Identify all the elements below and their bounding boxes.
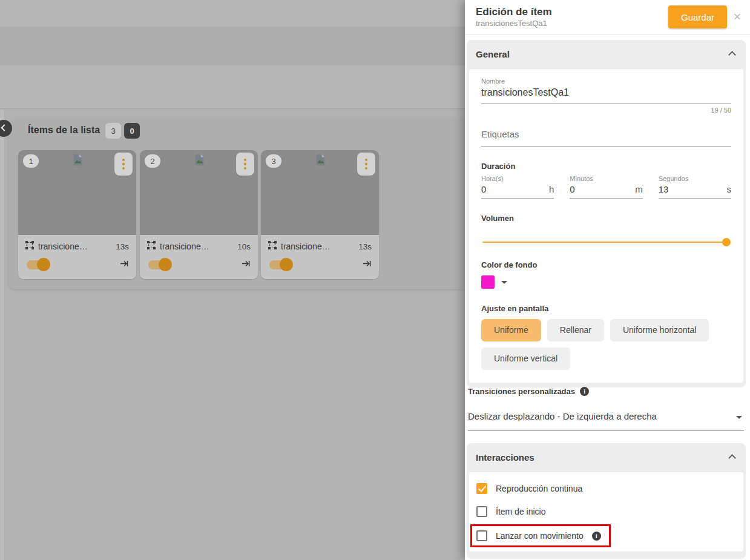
screen-fit-label: Ajuste en pantalla xyxy=(481,304,731,313)
item-enabled-toggle[interactable] xyxy=(27,260,48,269)
chevron-left-icon xyxy=(1,124,7,131)
items-count-badge-dark: 0 xyxy=(124,123,140,139)
launch-with-motion-highlight[interactable]: Lanzar con movimiento i xyxy=(470,524,611,547)
background-color-label: Color de fondo xyxy=(481,260,731,269)
checkbox-icon[interactable] xyxy=(476,530,487,541)
minutes-value[interactable]: 0 xyxy=(570,184,574,194)
chevron-up-icon[interactable] xyxy=(728,454,736,462)
app-window: Ítems de la lista 3 0 1 transicione… 13s xyxy=(0,0,750,560)
item-footer: transicione… 13s xyxy=(18,235,136,279)
fit-option-uniforme-horizontal[interactable]: Uniforme horizontal xyxy=(610,319,709,341)
volume-label: Volumen xyxy=(481,214,731,223)
dimmed-side-edge xyxy=(0,110,4,560)
save-button[interactable]: Guardar xyxy=(668,5,727,28)
checkbox-checked-icon[interactable] xyxy=(476,483,487,494)
section-general: General Nombre transicionesTestQa1 19 / … xyxy=(467,40,746,387)
skip-to-item-icon[interactable] xyxy=(120,259,129,271)
edit-panel-body: General Nombre transicionesTestQa1 19 / … xyxy=(465,35,750,560)
edit-panel-header: Edición de ítem transicionesTestQa1 Guar… xyxy=(465,0,750,35)
name-field[interactable]: transicionesTestQa1 xyxy=(481,87,731,98)
seconds-suffix: s xyxy=(726,184,731,194)
section-interacciones: Interacciones Reproducción continua Ítem… xyxy=(467,443,746,559)
section-title: Interacciones xyxy=(476,452,535,463)
broken-image-icon xyxy=(192,153,206,169)
name-field-underline xyxy=(481,104,731,104)
item-duration: 10s xyxy=(237,242,251,251)
fit-option-uniforme[interactable]: Uniforme xyxy=(481,319,541,341)
item-thumbnail[interactable]: 2 xyxy=(140,150,258,235)
checkbox-label: Ítem de inicio xyxy=(496,507,545,516)
item-duration: 13s xyxy=(358,242,372,251)
skip-to-item-icon[interactable] xyxy=(242,259,251,271)
skip-to-item-icon[interactable] xyxy=(363,259,372,271)
item-name: transicione… xyxy=(281,242,358,251)
item-name: transicione… xyxy=(160,242,237,251)
fit-option-uniforme-vertical[interactable]: Uniforme vertical xyxy=(481,348,570,370)
section-general-header[interactable]: General xyxy=(467,40,746,69)
list-title: Ítems de la lista xyxy=(28,125,100,136)
start-item-row[interactable]: Ítem de inicio xyxy=(476,500,736,523)
item-enabled-toggle[interactable] xyxy=(269,260,291,269)
checkbox-icon[interactable] xyxy=(476,506,487,517)
collapse-list-button[interactable] xyxy=(0,120,12,137)
name-char-counter: 19 / 50 xyxy=(481,107,731,114)
broken-image-icon xyxy=(71,153,84,169)
volume-slider-thumb[interactable] xyxy=(722,238,731,246)
hours-value[interactable]: 0 xyxy=(481,184,486,194)
minutes-label: Minutos xyxy=(570,175,642,182)
item-order-badge: 2 xyxy=(145,154,160,168)
continuous-playback-row[interactable]: Reproducción continua xyxy=(476,477,736,500)
general-card: Nombre transicionesTestQa1 19 / 50 Etiqu… xyxy=(469,69,743,383)
volume-slider[interactable] xyxy=(482,242,726,243)
minutes-suffix: m xyxy=(635,184,643,194)
hours-label: Hora(s) xyxy=(481,175,554,182)
broken-image-icon xyxy=(314,153,327,169)
tags-field[interactable]: Etiquetas xyxy=(481,129,731,147)
item-menu-button[interactable] xyxy=(357,153,375,176)
checkbox-label: Reproducción continua xyxy=(496,484,582,493)
select-caret-icon xyxy=(736,416,742,419)
item-footer: transicione… 13s xyxy=(261,235,379,279)
minutes-field[interactable]: Minutos 0 m xyxy=(570,175,642,199)
item-enabled-toggle[interactable] xyxy=(148,260,170,269)
item-menu-button[interactable] xyxy=(236,153,254,176)
color-swatch[interactable] xyxy=(481,275,495,289)
transition-icon xyxy=(147,241,156,252)
panel-subtitle: transicionesTestQa1 xyxy=(476,19,547,28)
list-item-card[interactable]: 3 transicione… 13s xyxy=(261,150,379,279)
transition-select-value: Deslizar desplazando - De izquierda a de… xyxy=(468,411,657,421)
checkbox-label: Lanzar con movimiento xyxy=(496,531,584,541)
seconds-label: Segundos xyxy=(659,175,731,182)
background-color-picker[interactable] xyxy=(481,275,731,289)
info-icon[interactable]: i xyxy=(580,387,589,396)
item-order-badge: 3 xyxy=(266,154,281,168)
hours-field[interactable]: Hora(s) 0 h xyxy=(481,175,554,199)
name-field-label: Nombre xyxy=(481,77,731,85)
item-footer: transicione… 10s xyxy=(140,235,258,279)
close-icon[interactable]: × xyxy=(730,9,745,25)
section-title: General xyxy=(476,49,510,59)
item-thumbnail[interactable]: 1 xyxy=(18,150,136,235)
item-edit-panel: Edición de ítem transicionesTestQa1 Guar… xyxy=(465,0,750,560)
item-thumbnail[interactable]: 3 xyxy=(261,150,379,235)
seconds-field[interactable]: Segundos 13 s xyxy=(659,175,731,199)
seconds-value[interactable]: 13 xyxy=(659,184,669,194)
hours-suffix: h xyxy=(549,184,554,194)
interactions-card: Reproducción continua Ítem de inicio Lan… xyxy=(469,472,743,552)
item-name: transicione… xyxy=(38,242,116,251)
item-order-badge: 1 xyxy=(23,154,39,168)
chevron-up-icon[interactable] xyxy=(728,51,736,59)
list-item-card[interactable]: 1 transicione… 13s xyxy=(18,150,136,279)
item-duration: 13s xyxy=(116,242,129,251)
fit-option-rellenar[interactable]: Rellenar xyxy=(547,319,604,341)
items-count-badge: 3 xyxy=(105,123,121,139)
section-interacciones-header[interactable]: Interacciones xyxy=(467,443,746,472)
caret-down-icon[interactable] xyxy=(501,281,507,284)
transition-icon xyxy=(268,241,277,252)
list-item-card[interactable]: 2 transicione… 10s xyxy=(140,150,258,279)
item-menu-button[interactable] xyxy=(114,153,133,176)
transition-select[interactable]: Deslizar desplazando - De izquierda a de… xyxy=(468,409,744,431)
panel-title: Edición de ítem xyxy=(476,6,552,18)
info-icon[interactable]: i xyxy=(592,532,601,541)
duration-label: Duración xyxy=(481,162,731,171)
